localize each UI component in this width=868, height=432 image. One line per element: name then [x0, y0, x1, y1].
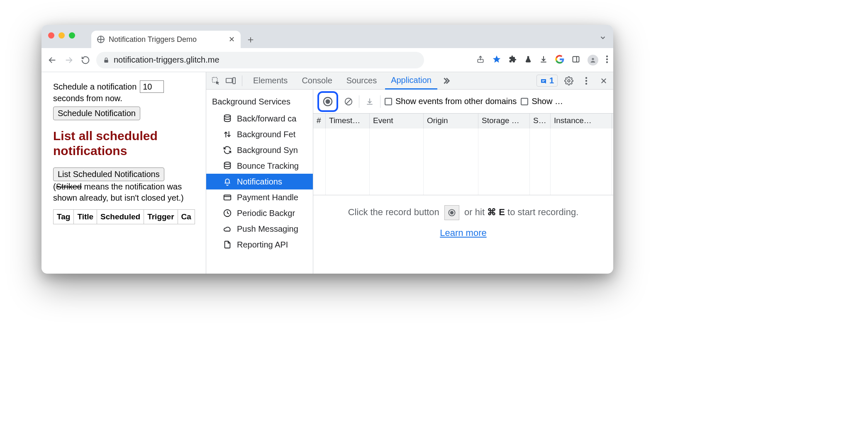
- svg-point-11: [606, 61, 608, 63]
- page-heading: List all scheduled notifications: [53, 129, 194, 158]
- save-icon[interactable]: [363, 95, 376, 108]
- browser-tab[interactable]: Notification Triggers Demo ✕: [91, 31, 241, 48]
- profile-avatar[interactable]: [588, 55, 598, 66]
- db-icon: [223, 161, 232, 170]
- tabs-dropdown-icon[interactable]: [599, 34, 607, 43]
- col-timestamp[interactable]: Timest…: [326, 114, 370, 129]
- application-sidebar: Background Services Back/forward caBackg…: [206, 90, 313, 274]
- omnibox[interactable]: notification-triggers.glitch.me: [96, 52, 424, 68]
- svg-rect-25: [224, 195, 231, 200]
- svg-rect-14: [233, 78, 235, 84]
- bookmark-star-icon[interactable]: [492, 55, 501, 66]
- nav-forward-button: [63, 54, 75, 66]
- sidebar-item-notifications[interactable]: Notifications: [206, 174, 313, 189]
- traffic-close[interactable]: [48, 32, 54, 39]
- updown-icon: [223, 130, 232, 139]
- tab-application[interactable]: Application: [385, 72, 437, 90]
- extensions-icon[interactable]: [509, 55, 517, 65]
- col-instance[interactable]: Instance…: [551, 114, 612, 129]
- sidebar-item-push-messaging[interactable]: Push Messaging: [206, 221, 313, 237]
- events-grid: # Timest… Event Origin Storage … S… Inst…: [313, 114, 613, 195]
- schedule-notification-button[interactable]: Schedule Notification: [53, 107, 140, 120]
- svg-point-18: [585, 77, 587, 78]
- svg-rect-13: [226, 78, 232, 83]
- devtools-close-icon[interactable]: [597, 75, 610, 87]
- url-text: notification-triggers.glitch.me: [114, 55, 219, 65]
- svg-point-9: [606, 55, 608, 57]
- bell-icon: [223, 177, 232, 186]
- globe-icon: [97, 36, 105, 43]
- th-title: Title: [74, 210, 97, 224]
- svg-point-17: [568, 80, 570, 82]
- nav-reload-button[interactable]: [80, 54, 91, 66]
- th-tag: Tag: [54, 210, 74, 224]
- sidebar-item-reporting-api[interactable]: Reporting API: [206, 237, 313, 252]
- sidebar-item-periodic-backgr[interactable]: Periodic Backgr: [206, 205, 313, 221]
- sidebar-item-back-forward-ca[interactable]: Back/forward ca: [206, 111, 313, 126]
- settings-gear-icon[interactable]: [563, 75, 575, 87]
- list-scheduled-button[interactable]: List Scheduled Notifications: [53, 167, 164, 181]
- kebab-menu-icon[interactable]: [606, 55, 608, 65]
- devtools-kebab-icon[interactable]: [580, 75, 592, 87]
- col-origin[interactable]: Origin: [424, 114, 478, 129]
- svg-rect-16: [542, 81, 544, 81]
- share-icon[interactable]: [476, 55, 485, 65]
- sidebar-item-bounce-tracking[interactable]: Bounce Tracking: [206, 158, 313, 174]
- learn-more-link[interactable]: Learn more: [326, 228, 601, 238]
- google-account-icon[interactable]: [555, 55, 564, 66]
- svg-point-8: [592, 58, 594, 60]
- tab-sources[interactable]: Sources: [341, 72, 383, 90]
- th-ca: Ca: [178, 210, 195, 224]
- tab-elements[interactable]: Elements: [247, 72, 293, 90]
- record-button[interactable]: [320, 94, 336, 109]
- browser-window: Notification Triggers Demo ✕ ＋ notificat…: [41, 25, 613, 274]
- doc-icon: [223, 240, 232, 249]
- nav-back-button[interactable]: [46, 54, 58, 66]
- labs-icon[interactable]: [524, 55, 532, 65]
- sync-icon: [223, 146, 232, 155]
- lock-icon: [103, 57, 110, 63]
- traffic-minimize[interactable]: [59, 32, 65, 39]
- show-other-domains-checkbox[interactable]: Show events from other domains: [385, 97, 517, 106]
- th-scheduled: Scheduled: [97, 210, 144, 224]
- traffic-zoom[interactable]: [69, 32, 75, 39]
- col-storage[interactable]: Storage …: [478, 114, 530, 129]
- col-s[interactable]: S…: [530, 114, 551, 129]
- notifications-toolbar: Show events from other domains Show …: [313, 90, 613, 114]
- svg-point-23: [224, 115, 231, 117]
- clock-icon: [223, 209, 232, 218]
- downloads-icon[interactable]: [539, 55, 548, 65]
- record-button-highlight: [317, 91, 338, 112]
- sidebar-item-payment-handle[interactable]: Payment Handle: [206, 189, 313, 205]
- svg-point-19: [585, 80, 587, 81]
- cloud-icon: [223, 224, 232, 233]
- device-toolbar-icon[interactable]: [224, 75, 237, 87]
- sidebar-item-background-fet[interactable]: Background Fet: [206, 126, 313, 142]
- db-icon: [223, 114, 232, 123]
- clear-icon[interactable]: [342, 95, 355, 108]
- tab-console[interactable]: Console: [296, 72, 338, 90]
- recording-hint: Click the record button or hit ⌘ E to st…: [313, 195, 613, 248]
- svg-point-29: [326, 99, 330, 104]
- th-trigger: Trigger: [144, 210, 178, 224]
- card-icon: [223, 193, 232, 202]
- schedule-label-pre: Schedule a notification: [53, 81, 137, 92]
- col-event[interactable]: Event: [370, 114, 424, 129]
- sidebar-item-background-syn[interactable]: Background Syn: [206, 142, 313, 158]
- new-tab-button[interactable]: ＋: [241, 31, 261, 48]
- svg-point-20: [585, 83, 587, 84]
- more-tabs-icon[interactable]: [440, 75, 452, 87]
- strike-note: (Striked means the notification was show…: [53, 181, 194, 204]
- notifications-table: Tag Title Scheduled Trigger Ca: [53, 209, 195, 224]
- inspect-element-icon[interactable]: [210, 75, 222, 87]
- seconds-input[interactable]: [140, 80, 164, 93]
- record-icon-inline: [444, 205, 459, 220]
- schedule-label-post: seconds from now.: [53, 93, 194, 104]
- side-panel-icon[interactable]: [572, 55, 580, 65]
- issues-badge[interactable]: 1: [536, 75, 558, 87]
- show-truncated-checkbox[interactable]: Show …: [521, 97, 563, 106]
- notifications-main-pane: Show events from other domains Show … # …: [313, 90, 613, 274]
- close-tab-icon[interactable]: ✕: [229, 35, 235, 44]
- col-index[interactable]: #: [313, 114, 326, 129]
- svg-line-31: [346, 99, 351, 104]
